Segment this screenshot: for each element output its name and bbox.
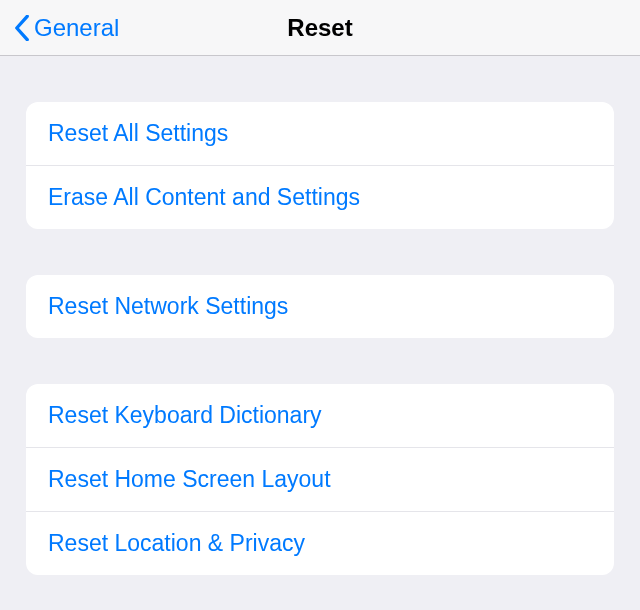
- group-2: Reset Network Settings: [26, 275, 614, 338]
- erase-all-content-and-settings[interactable]: Erase All Content and Settings: [26, 165, 614, 229]
- nav-bar: General Reset: [0, 0, 640, 56]
- back-label: General: [34, 14, 119, 42]
- reset-all-settings[interactable]: Reset All Settings: [26, 102, 614, 165]
- reset-location-privacy[interactable]: Reset Location & Privacy: [26, 511, 614, 575]
- reset-keyboard-dictionary[interactable]: Reset Keyboard Dictionary: [26, 384, 614, 447]
- group-3: Reset Keyboard Dictionary Reset Home Scr…: [26, 384, 614, 575]
- content: Reset All Settings Erase All Content and…: [0, 102, 640, 575]
- reset-network-settings[interactable]: Reset Network Settings: [26, 275, 614, 338]
- chevron-left-icon: [14, 15, 30, 41]
- reset-home-screen-layout[interactable]: Reset Home Screen Layout: [26, 447, 614, 511]
- back-button[interactable]: General: [0, 14, 119, 42]
- group-1: Reset All Settings Erase All Content and…: [26, 102, 614, 229]
